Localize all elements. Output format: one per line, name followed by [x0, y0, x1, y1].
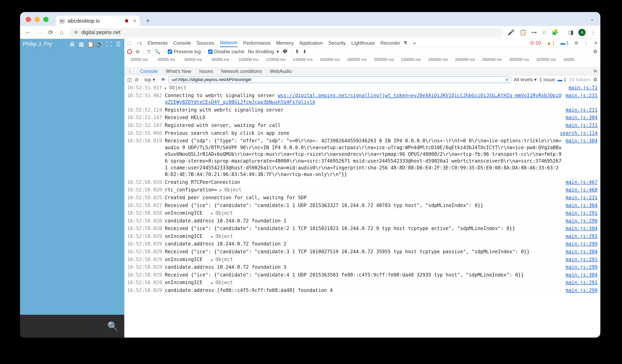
log-row[interactable]: 16:52:58.020Creating RTCPeerConnectionma… — [124, 179, 600, 186]
device-toggle-icon[interactable]: ⌐▯ — [137, 40, 142, 46]
tab-sources[interactable]: Sources — [196, 39, 214, 47]
wifi-icon[interactable]: �᷉ — [283, 49, 288, 55]
tab-elements[interactable]: Elements — [148, 39, 168, 47]
sidepanel-icon[interactable]: ◨ — [568, 29, 574, 36]
log-source-link[interactable]: main.js:304 — [566, 114, 598, 121]
object-toggle[interactable]: Object — [211, 210, 233, 216]
tab-application[interactable]: Application — [299, 39, 323, 47]
url-input[interactable]: ⚙ digital.pepins.net — [69, 28, 504, 37]
log-source-link[interactable]: main.js:231 — [566, 107, 598, 113]
log-row[interactable]: 16:52:58.029candidate.address [fe80::c4f… — [124, 287, 600, 294]
log-row[interactable]: 16:52:52.147Registered with server, wait… — [124, 122, 600, 129]
tab-performance[interactable]: Performance — [243, 39, 271, 47]
tab-network[interactable]: Network — [220, 39, 237, 47]
tab-list-button[interactable]: ⌄ — [590, 16, 594, 22]
log-source-link[interactable]: main.js:299 — [566, 218, 598, 224]
disable-cache-checkbox[interactable]: Disable cache — [208, 49, 244, 55]
reload-button[interactable]: ⟳ — [47, 29, 54, 36]
voice-search-icon[interactable]: 🎤 — [507, 29, 515, 36]
log-row[interactable]: 16:52:58.029onIncomingICE Objectmain.js:… — [124, 233, 600, 240]
menu-icon[interactable]: ⋮ — [590, 29, 596, 36]
log-source-link[interactable]: main.js:291 — [566, 233, 598, 240]
sidebar-toggle-icon[interactable]: ◫ — [127, 77, 132, 82]
log-row[interactable]: 16:52:52.147Received HELLOmain.js:304 — [124, 114, 600, 122]
forward-button[interactable]: → — [36, 29, 43, 36]
network-timeline[interactable]: 20000 ms40000 ms60000 ms80000 ms100000 m… — [124, 56, 600, 67]
log-source-link[interactable]: main.js:299 — [566, 287, 598, 294]
clipboard-icon[interactable]: 📋 — [519, 29, 526, 36]
tab-lighthouse[interactable]: Lighthouse — [351, 39, 375, 47]
inspect-icon[interactable]: ⬚ — [127, 40, 132, 46]
site-settings-icon[interactable]: ⚙ — [74, 30, 78, 35]
close-tab-button[interactable]: × — [133, 18, 136, 24]
more-tabs-icon[interactable]: » — [413, 40, 416, 46]
new-tab-button[interactable]: + — [144, 17, 152, 25]
log-source-link[interactable]: main.js:231 — [566, 194, 598, 201]
log-source-link[interactable]: main.js:291 — [566, 279, 598, 286]
info-count[interactable]: ▬ 1 — [561, 40, 569, 46]
browser-tab[interactable]: abc abcdesktop.io × — [56, 16, 140, 26]
app-desktop[interactable] — [20, 49, 124, 315]
drawer-menu-icon[interactable]: ⋮ — [127, 69, 132, 74]
clipboard-icon[interactable]: 📋 — [87, 41, 94, 47]
console-filter-input[interactable]: ⊗ — [169, 76, 511, 83]
log-row[interactable]: 16:52:58.029onIncomingICE Objectmain.js:… — [124, 256, 600, 264]
settings-icon[interactable]: ⚙ — [574, 40, 578, 46]
tab-security[interactable]: Security — [329, 39, 346, 47]
log-row[interactable]: 16:52:58.028Received {"ice": {"candidate… — [124, 225, 600, 233]
log-levels-select[interactable]: All levels ▾ — [514, 77, 536, 82]
clear-filter-button[interactable]: ⊗ — [505, 77, 509, 82]
search-icon[interactable]: 🔍 — [107, 321, 118, 331]
record-button[interactable] — [127, 49, 132, 54]
devtools-menu-icon[interactable]: ⋮ — [584, 40, 588, 46]
drawer-tab-console[interactable]: Console — [140, 69, 158, 74]
log-row[interactable]: 16:52:55.066Previous search cancel by cl… — [124, 129, 600, 137]
drawer-tab-issues[interactable]: Issues — [199, 69, 213, 74]
download-har-icon[interactable]: ⬇ — [303, 49, 307, 55]
volume-icon[interactable]: 🔊 — [97, 41, 103, 47]
log-row[interactable]: 16:52:52.124Registering with webrtc sign… — [124, 106, 600, 114]
tab-recorder[interactable]: Recorder ⚗ — [381, 39, 408, 47]
log-source-link[interactable]: main.js:468 — [566, 187, 598, 193]
log-row[interactable]: 16:52:58.029onIncomingICE Objectmain.js:… — [124, 279, 600, 287]
console-log[interactable]: 16:52:51.917Objectmain.js:7116:52:51.962… — [124, 84, 600, 338]
key-icon[interactable]: ⊶ — [531, 29, 537, 36]
log-source-link[interactable]: main.js:304 — [566, 249, 598, 255]
context-select[interactable]: top ▾ — [141, 76, 158, 83]
object-toggle[interactable]: Object — [165, 85, 186, 91]
home-button[interactable]: ⌂ — [58, 29, 65, 36]
log-source-link[interactable]: main.js:304 — [566, 202, 598, 209]
error-count[interactable]: ⛒ 10 — [530, 40, 541, 46]
network-settings-icon[interactable]: ⚙ — [593, 49, 598, 55]
log-row[interactable]: 16:52:51.917Objectmain.js:71 — [124, 84, 600, 92]
print-icon[interactable]: 🖶 — [69, 41, 75, 47]
bookmark-icon[interactable]: ☆ — [542, 29, 547, 36]
object-toggle[interactable]: Object — [211, 257, 233, 262]
drawer-tab-webaudio[interactable]: WebAudio — [270, 69, 292, 74]
log-source-link[interactable]: main.js:304 — [566, 272, 598, 278]
log-row[interactable]: 16:52:51.962Connecting to webrtc signall… — [124, 92, 600, 106]
log-row[interactable]: 16:52:58.019Received {"sdp": {"type": "o… — [124, 137, 600, 179]
drawer-tab-netconditions[interactable]: Network conditions — [221, 69, 262, 74]
tab-console[interactable]: Console — [173, 39, 191, 47]
throttling-select[interactable]: No throttling ▾ — [248, 49, 279, 55]
log-source-link[interactable]: main.js:71 — [569, 85, 598, 91]
log-row[interactable]: 16:52:58.020rtc_configuration= Objectmai… — [124, 186, 600, 194]
log-link[interactable]: wss://digital.pepins.net/signalling?jwt_… — [165, 93, 562, 105]
log-row[interactable]: 16:52:58.029Received {"ice": {"candidate… — [124, 271, 600, 279]
log-row[interactable]: 16:52:58.025Created peer connection for … — [124, 194, 600, 202]
search-icon[interactable]: 🔍 — [154, 49, 160, 55]
log-row[interactable]: 16:52:58.027Received {"ice": {"candidate… — [124, 202, 600, 210]
console-settings-icon[interactable]: ⚙ — [593, 77, 598, 82]
log-row[interactable]: 16:52:58.029candidate.address 10.244.0.7… — [124, 240, 600, 248]
preserve-log-checkbox[interactable]: Preserve log — [168, 49, 201, 55]
log-source-link[interactable]: main.js:291 — [566, 210, 598, 217]
log-source-link[interactable]: main.js:231 — [566, 92, 598, 99]
object-toggle[interactable]: Object — [220, 187, 241, 193]
console-filter-field[interactable] — [171, 77, 505, 82]
profile-avatar[interactable]: A — [578, 29, 585, 36]
close-window-button[interactable] — [26, 17, 31, 22]
issues-link[interactable]: 1 Issue: ▬ 1 — [540, 77, 566, 82]
clear-button[interactable]: ⊘ — [136, 49, 140, 55]
log-source-link[interactable]: main.js:299 — [566, 264, 598, 271]
